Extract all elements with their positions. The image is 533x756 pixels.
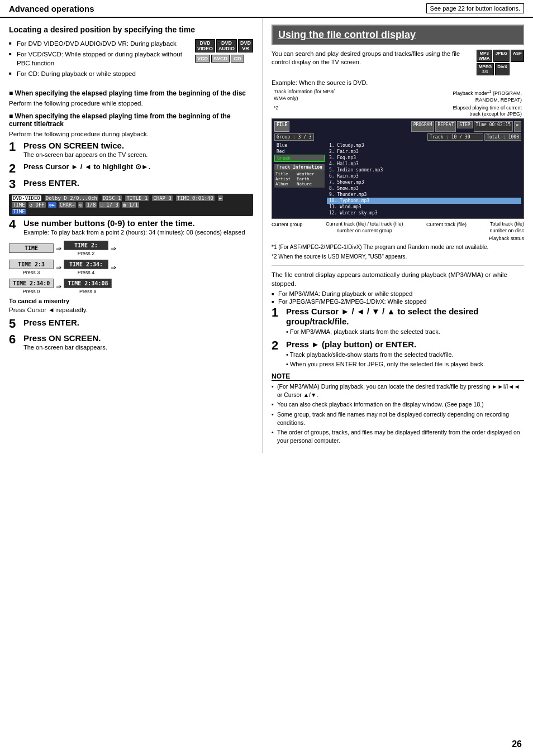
time-box-2b: TIME 2:34:: [64, 260, 108, 269]
fcd-label-current-track: Current track (file): [426, 221, 467, 234]
step-1: 1 Press ON SCREEN twice. The on-screen b…: [9, 141, 253, 159]
badge-jpeg: JPEG: [493, 50, 510, 62]
fcd-track-11: 11. Wind.mp3: [327, 204, 521, 210]
fcd-track-12: 12. Winter sky.mp3: [327, 210, 521, 216]
sub-heading-1: When specifying the elapsed playing time…: [9, 89, 253, 97]
fcd-track-info-content: TitleWeather ArtistEarth AlbumNature: [274, 170, 325, 188]
avail-item-2: For JPEG/ASF/MPEG-2/MPEG-1/DivX: While s…: [272, 298, 524, 305]
fcd-label-track-info: Track information (for MP3/WMA only): [274, 89, 335, 103]
cancel-section: To cancel a misentry Press Cursor ◄ repe…: [9, 298, 253, 314]
sub2-body: Perform the following procedure during p…: [9, 130, 253, 138]
fcd-asterisk-2: *2: [274, 105, 279, 118]
badge-dvd-video: DVDVIDEO: [195, 39, 215, 52]
auto-display-text: The file control display appears automat…: [272, 270, 524, 288]
screen-display: DVD-VIDEO Dolby D 2/0...0ch DISC 1 TITLE…: [9, 194, 253, 216]
fcd-track-4: 4. Hail.mp3: [327, 161, 521, 167]
note-item-3: Some group, track and file names may not…: [272, 410, 524, 427]
right-column: Using the file control display You can s…: [263, 18, 533, 453]
page-note: See page 22 for button locations.: [426, 3, 524, 13]
step-2: 2 Press Cursor ► / ◄ to highlight ⊙►.: [9, 162, 253, 175]
page-header: Advanced operations See page 22 for butt…: [0, 0, 533, 18]
step-4-num: 4: [9, 218, 21, 231]
note-item-2: You can also check playback information …: [272, 400, 524, 409]
step-3-num: 3: [9, 178, 21, 190]
right-intro: You can search and play desired groups a…: [272, 50, 474, 67]
badge-asf: ASF: [511, 50, 524, 62]
note-asterisk-1: *1 (For ASF/MPEG-2/MPEG-1/DivX) The prog…: [272, 243, 524, 251]
page: Advanced operations See page 22 for butt…: [0, 0, 533, 756]
fcd-file-area: Blue Red Green Track Information TitleWe…: [274, 142, 521, 216]
step-4-desc: Example: To play back from a point 2 (ho…: [23, 228, 253, 237]
example-text: Example: When the source is DVD.: [272, 79, 524, 87]
step-2-label: Press Cursor ► / ◄ to highlight ⊙►.: [23, 162, 253, 171]
step-6-label: Press ON SCREEN.: [23, 333, 253, 343]
fcd-group-count: Group : 3 / 3: [274, 133, 314, 141]
time-box-3a: TIME 2:34:0: [9, 279, 54, 288]
right-step-2-sub2: • When you press ENTER for JPEG, only th…: [286, 360, 524, 369]
arrow-1: ⇒: [56, 245, 61, 252]
note-item-4: The order of groups, tracks, and files m…: [272, 428, 524, 444]
note-label: NOTE: [272, 372, 524, 381]
avail-list: For MP3/WMA: During playback or while st…: [272, 290, 524, 305]
fcd-track-2: 2. Fair.mp3: [327, 149, 521, 155]
fcd-track-5: 5. Indian summer.mp3: [327, 167, 521, 173]
badge-divx: DivX: [495, 63, 510, 75]
fcd-label-playback-status: Playback status: [272, 236, 524, 241]
right-step-2: 2 Press ► (play button) or ENTER. • Trac…: [272, 339, 524, 369]
page-number: 26: [512, 739, 522, 749]
fcd-track-6: 6. Rain.mp3: [327, 173, 521, 179]
fcd-track-7: 7. Shower.mp3: [327, 179, 521, 185]
right-step-2-num: 2: [272, 339, 284, 352]
main-content: Locating a desired position by specifyin…: [0, 18, 533, 453]
fcd-label-current-group: Current group: [272, 221, 303, 234]
fcd-program: PROGRAM: [411, 121, 435, 132]
step-5-num: 5: [9, 318, 21, 330]
fcd-play: ►: [514, 121, 521, 132]
fcd-label-elapsed: Elapsed playing time of currenttrack (ex…: [453, 105, 522, 118]
arrow-2: ⇒: [111, 245, 116, 252]
fcd-bottom-labels: Current group Current track (file) / tot…: [272, 221, 524, 234]
fcd-repeat: REPEAT: [435, 121, 456, 132]
fcd-group-green: Green: [274, 155, 325, 162]
press-0: Press 0: [9, 289, 54, 294]
fcd-track-9: 9. Thunder.mp3: [327, 192, 521, 198]
format-badges-left: DVDVIDEO DVDAUDIO DVDVR VCD SVCD CD: [195, 39, 253, 63]
fcd-diagram: Track information (for MP3/WMA only) Pla…: [272, 89, 524, 219]
right-step-1-sub: • For MP3/WMA, playback starts from the …: [286, 328, 524, 336]
fcd-track-10: 10. Typhoon.mp3: [327, 198, 521, 204]
time-entry-group: TIME ⇒ TIME 2: Press 2 ⇒ TIME 2:3 Press …: [9, 241, 253, 294]
badge-vcd: VCD: [195, 55, 210, 63]
left-column: Locating a desired position by specifyin…: [0, 18, 263, 453]
step-6-desc: The on-screen bar disappears.: [23, 343, 253, 352]
step-2-num: 2: [9, 162, 21, 175]
fcd-track-8: 8. Snow.mp3: [327, 185, 521, 192]
fcd-track-info-header: Track Information: [274, 164, 325, 170]
sub1-body: Perform the following procedure while st…: [9, 99, 253, 108]
fcd-group-blue: Blue: [274, 142, 325, 149]
time-box-1a: TIME: [9, 243, 54, 253]
step-5: 5 Press ENTER.: [9, 318, 253, 330]
step-4: 4 Use number buttons (0-9) to enter the …: [9, 218, 253, 237]
left-section-heading: Locating a desired position by specifyin…: [9, 25, 253, 35]
fcd-label-playback-mode: Playback mode*1 (PROGRAM,RANDOM, REPEAT): [453, 89, 522, 103]
arrow-3: ⇒: [56, 264, 61, 271]
format-list: For DVD VIDEO/DVD AUDIO/DVD VR: During p…: [9, 39, 191, 80]
fcd-label-total-track: Total track (file)number on disc: [489, 221, 524, 234]
fcd-track-3: 3. Fog.mp3: [327, 155, 521, 161]
right-step-1: 1 Press Cursor ► / ◄ / ▼ / ▲ to select t…: [272, 307, 524, 336]
fcd-total: Total : 1000: [484, 133, 521, 141]
time-box-1b: TIME 2:: [64, 241, 108, 250]
note-bullets: (For MP3/WMA) During playback, you can l…: [272, 382, 524, 445]
fcd-group-red: Red: [274, 149, 325, 155]
badge-dvd-vr: DVDVR: [238, 39, 253, 52]
badge-svcd: SVCD: [211, 55, 230, 63]
step-5-label: Press ENTER.: [23, 318, 253, 328]
note-item-1: (For MP3/WMA) During playback, you can l…: [272, 382, 524, 399]
arrow-4: ⇒: [111, 264, 116, 271]
press-2: Press 2: [64, 251, 108, 256]
fcd-track-count: Track : 10 / 30: [427, 133, 483, 141]
fcd-tracks-col: 1. Cloudy.mp3 2. Fair.mp3 3. Fog.mp3 4. …: [327, 142, 521, 216]
page-title: Advanced operations: [9, 4, 94, 13]
right-step-2-sub1: • Track playback/slide-show starts from …: [286, 351, 524, 359]
fcd-step: STEP: [457, 121, 472, 128]
